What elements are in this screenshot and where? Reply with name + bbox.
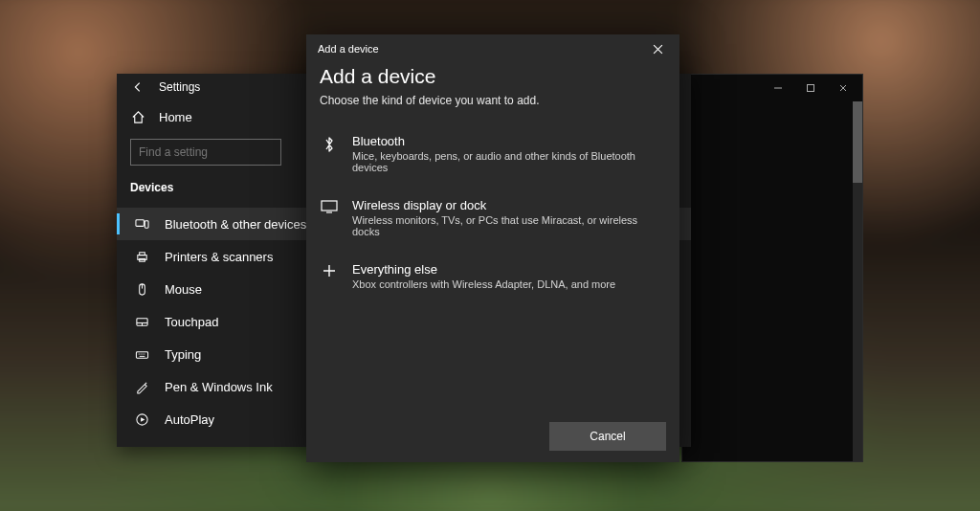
svg-rect-13: [322, 201, 337, 211]
svg-rect-11: [136, 351, 147, 358]
home-label: Home: [159, 110, 192, 124]
nav-label: Bluetooth & other devices: [165, 217, 306, 232]
display-icon: [320, 198, 339, 237]
bluetooth-icon: [320, 134, 339, 173]
autoplay-icon: [134, 411, 149, 427]
dialog-close-button[interactable]: [643, 34, 672, 63]
svg-rect-1: [135, 219, 143, 226]
option-title: Everything else: [352, 262, 615, 277]
svg-rect-2: [145, 220, 148, 228]
svg-rect-4: [139, 252, 145, 255]
search-input[interactable]: [130, 139, 281, 166]
background-window: [681, 74, 863, 462]
scrollbar-thumb[interactable]: [853, 101, 862, 183]
option-desc: Mice, keyboards, pens, or audio and othe…: [352, 150, 658, 173]
nav-label: Mouse: [165, 282, 202, 297]
nav-label: AutoPlay: [165, 412, 214, 427]
option-desc: Xbox controllers with Wireless Adapter, …: [352, 278, 615, 290]
back-button[interactable]: [117, 74, 159, 100]
window-title: Settings: [159, 80, 200, 94]
dialog-heading: Add a device: [306, 63, 679, 94]
nav-label: Printers & scanners: [165, 250, 273, 264]
scrollbar-track[interactable]: [853, 101, 862, 461]
nav-label: Touchpad: [165, 315, 218, 329]
keyboard-icon: [134, 346, 149, 362]
dialog-titlebar: Add a device: [318, 43, 379, 55]
mouse-icon: [134, 281, 149, 297]
option-title: Bluetooth: [352, 134, 658, 148]
svg-rect-0: [808, 85, 814, 92]
option-desc: Wireless monitors, TVs, or PCs that use …: [352, 214, 658, 237]
option-everything-else[interactable]: Everything else Xbox controllers with Wi…: [306, 253, 679, 305]
nav-label: Pen & Windows Ink: [165, 380, 273, 394]
option-bluetooth[interactable]: Bluetooth Mice, keyboards, pens, or audi…: [306, 124, 679, 189]
printer-icon: [134, 249, 149, 264]
pen-icon: [134, 379, 149, 394]
touchpad-icon: [134, 314, 149, 329]
devices-icon: [134, 216, 149, 232]
plus-icon: [320, 262, 339, 290]
dialog-subheading: Choose the kind of device you want to ad…: [306, 94, 679, 124]
minimize-button[interactable]: [765, 78, 791, 98]
close-button[interactable]: [830, 78, 857, 98]
nav-label: Typing: [165, 347, 201, 362]
option-title: Wireless display or dock: [352, 198, 658, 212]
option-wireless-display[interactable]: Wireless display or dock Wireless monito…: [306, 189, 679, 253]
cancel-button[interactable]: Cancel: [549, 422, 666, 451]
home-icon: [130, 109, 145, 124]
maximize-button[interactable]: [797, 78, 824, 98]
add-device-dialog: Add a device Add a device Choose the kin…: [306, 34, 679, 462]
